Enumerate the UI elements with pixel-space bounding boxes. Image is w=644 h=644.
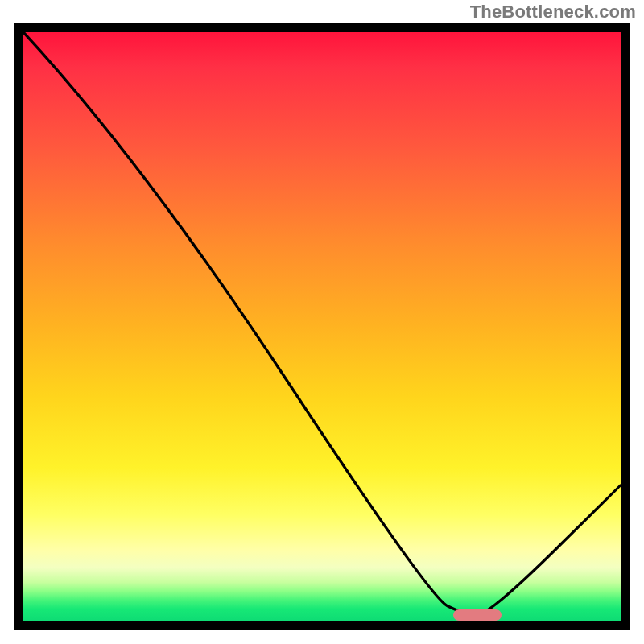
optimal-marker (453, 609, 501, 621)
bottleneck-curve (23, 32, 621, 615)
chart-stage: TheBottleneck.com (0, 0, 644, 644)
watermark-text: TheBottleneck.com (470, 2, 636, 23)
chart-frame (14, 23, 630, 630)
plot-area (23, 32, 621, 621)
curve-layer (23, 32, 621, 621)
